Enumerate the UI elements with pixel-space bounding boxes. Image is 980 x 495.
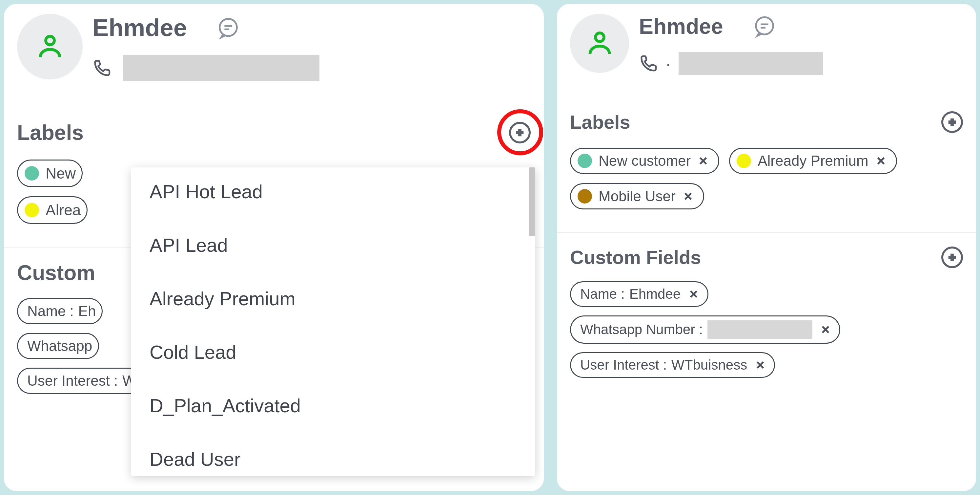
custom-field-chip[interactable]: Whatsapp Number : — [570, 315, 840, 344]
label-text: New customer — [598, 153, 691, 169]
field-name: User Interest — [27, 372, 110, 389]
svg-point-1 — [220, 19, 237, 36]
add-label-button[interactable] — [509, 122, 531, 144]
phone-icon — [639, 53, 659, 73]
field-value: WTbuisness — [671, 357, 747, 373]
custom-field-chip[interactable]: Name : Eh — [17, 298, 103, 324]
dropdown-item[interactable]: Already Premium — [131, 275, 535, 323]
label-chip[interactable]: New customer — [570, 148, 719, 174]
remove-label-icon[interactable] — [682, 190, 694, 202]
custom-field-chip[interactable]: Name : Ehmdee — [570, 281, 708, 307]
chat-icon[interactable] — [216, 16, 240, 40]
plus-icon — [947, 117, 958, 128]
labels-header: Labels — [570, 111, 963, 133]
phone-icon — [92, 58, 113, 78]
remove-field-icon[interactable] — [819, 324, 831, 335]
divider — [557, 232, 976, 233]
custom-fields-header: Custom Fields — [570, 246, 963, 268]
person-icon — [584, 28, 615, 59]
svg-point-0 — [46, 36, 54, 45]
field-name: Name — [27, 303, 65, 319]
label-dropdown[interactable]: API Hot Lead API Lead Already Premium Co… — [131, 168, 535, 476]
label-text: Already Premium — [757, 153, 868, 169]
labels-title: Labels — [17, 120, 84, 145]
label-color-dot — [578, 189, 592, 203]
remove-label-icon[interactable] — [697, 155, 709, 167]
contact-header: Ehmdee · — [570, 11, 963, 75]
label-color-dot — [578, 153, 592, 168]
contact-info: Ehmdee · — [639, 14, 963, 75]
label-text: Mobile User — [598, 188, 676, 204]
labels-header: Labels — [17, 120, 531, 145]
field-value: Eh — [78, 303, 96, 319]
remove-field-icon[interactable] — [754, 359, 766, 371]
contact-name: Ehmdee — [92, 14, 187, 42]
field-value-redacted — [708, 320, 812, 339]
remove-label-icon[interactable] — [875, 155, 887, 167]
remove-field-icon[interactable] — [688, 288, 700, 300]
plus-icon — [947, 252, 958, 263]
phone-redacted — [679, 52, 823, 75]
custom-fields-title: Custom — [17, 260, 95, 285]
dropdown-scrollbar[interactable] — [529, 168, 535, 236]
phone-row — [92, 55, 531, 81]
plus-icon — [514, 127, 525, 138]
phone-row: · — [639, 52, 963, 75]
contact-name: Ehmdee — [639, 14, 723, 39]
field-name: Whatsapp — [27, 338, 92, 354]
label-text: Alrea — [46, 201, 81, 219]
dropdown-item[interactable]: D_Plan_Activated — [131, 382, 535, 430]
custom-fields-list: Name : Ehmdee Whatsapp Number : User Int… — [570, 281, 963, 378]
label-chip[interactable]: Mobile User — [570, 183, 704, 209]
avatar — [17, 14, 83, 80]
contact-panel-right: Ehmdee · Labels — [553, 0, 980, 495]
label-chip[interactable]: Alrea — [17, 196, 88, 224]
label-text: New — [46, 164, 76, 182]
svg-point-3 — [756, 17, 773, 35]
chat-icon[interactable] — [753, 14, 776, 38]
label-chip[interactable]: New — [17, 160, 83, 187]
contact-panel-left: Ehmdee Labels — [0, 0, 548, 495]
labels-title: Labels — [570, 111, 630, 133]
dropdown-item[interactable]: API Lead — [131, 221, 535, 269]
label-color-dot — [25, 166, 39, 180]
contact-header: Ehmdee — [17, 11, 531, 81]
add-custom-field-button[interactable] — [941, 246, 963, 268]
dropdown-item[interactable]: Dead User — [131, 435, 535, 476]
label-color-dot — [737, 153, 751, 168]
field-name: Name — [580, 286, 617, 302]
phone-dot: · — [666, 53, 671, 73]
custom-field-chip[interactable]: User Interest : WTbuisness — [570, 352, 775, 378]
add-label-button[interactable] — [941, 111, 963, 133]
dropdown-item[interactable]: API Hot Lead — [131, 168, 535, 216]
dropdown-item[interactable]: Cold Lead — [131, 328, 535, 376]
custom-field-chip[interactable]: Whatsapp — [17, 333, 99, 359]
labels-chips: New customer Already Premium Mobile User — [570, 148, 963, 209]
contact-info: Ehmdee — [92, 14, 531, 81]
person-icon — [35, 31, 65, 62]
field-name: Whatsapp Number — [580, 322, 695, 337]
field-name: User Interest — [580, 357, 659, 373]
label-color-dot — [25, 203, 39, 217]
custom-fields-title: Custom Fields — [570, 246, 701, 268]
svg-point-2 — [595, 33, 604, 42]
phone-redacted — [123, 55, 320, 81]
avatar — [570, 14, 629, 73]
label-chip[interactable]: Already Premium — [729, 148, 897, 174]
field-value: Ehmdee — [629, 286, 681, 302]
